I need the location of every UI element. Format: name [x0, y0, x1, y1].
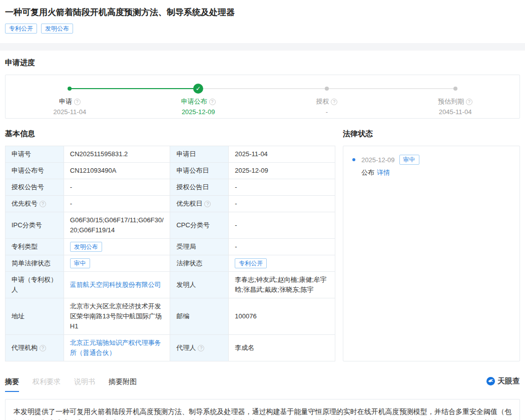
field-label: 申请日	[170, 146, 229, 163]
field-label: 代理机构?	[6, 335, 64, 361]
legal-status-panel: 2025-12-09 审中 公布详情	[343, 146, 520, 361]
field-value: 李春志;钟友武;赵向楠;康健;牟宇晗;张昌武;戴政;张晓东;陈宇	[229, 272, 335, 298]
tab-claims: 权利要求	[33, 376, 61, 391]
field-label: 简单法律状态	[6, 255, 64, 272]
basic-info-title: 基本信息	[5, 129, 335, 139]
field-value: 北京市大兴区北京经济技术开发区荣华南路13号院中航国际广场H1	[64, 298, 170, 335]
field-value: 发明公布	[64, 239, 170, 255]
step-dot-icon	[325, 87, 329, 91]
field-label: 地址	[6, 298, 64, 335]
field-value: 李成名	[229, 335, 335, 361]
legal-item-status-tag: 审中	[399, 155, 419, 165]
table-row: IPC分类号 G06F30/15;G06F17/11;G06F30/20;G06…	[6, 212, 335, 239]
table-row: 申请（专利权）人 蓝箭航天空间科技股份有限公司 发明人 李春志;钟友武;赵向楠;…	[6, 272, 335, 298]
table-row: 授权公告号 - 授权公告日 -	[6, 179, 335, 196]
field-label: 受理局	[170, 239, 229, 255]
help-icon[interactable]: ?	[40, 201, 46, 207]
help-icon[interactable]: ?	[198, 345, 204, 351]
page-header: 一种可复用火箭着陆段开机高度预测方法、制导系统及处理器 专利公开 发明公布	[0, 0, 525, 34]
help-icon[interactable]: ?	[40, 345, 46, 351]
field-value: -	[229, 179, 335, 196]
agency-link[interactable]: 北京正元瑞驰知识产权代理事务所（普通合伙）	[70, 339, 161, 356]
field-value: 北京正元瑞驰知识产权代理事务所（普通合伙）	[64, 335, 170, 361]
field-value: 审中	[64, 255, 170, 272]
progress-step-publication: ✓ 申请公布 ? 2025-12-09	[134, 84, 263, 116]
help-icon[interactable]: ?	[204, 201, 211, 207]
field-value: CN202511595831.2	[64, 146, 170, 163]
field-label: 授权公告日	[170, 179, 229, 196]
legal-status-title: 法律状态	[343, 129, 520, 139]
abstract-panel: 本发明提供了一种可复用火箭着陆段开机高度预测方法、制导系统及处理器，通过构建基于…	[5, 399, 520, 420]
bullet-icon	[352, 158, 355, 161]
check-icon: ✓	[193, 84, 203, 94]
field-label: 法律状态	[170, 255, 229, 272]
tab-abstract[interactable]: 摘要	[5, 376, 19, 392]
basic-info-section: 基本信息 申请号 CN202511595831.2 申请日 2025-11-04…	[5, 119, 335, 361]
field-value: -	[229, 196, 335, 212]
section-divider	[0, 43, 525, 51]
field-value: G06F30/15;G06F17/11;G06F30/20;G06F119/14	[64, 212, 170, 239]
basic-info-table: 申请号 CN202511595831.2 申请日 2025-11-04 申请公布…	[5, 146, 335, 361]
table-row: 简单法律状态 审中 法律状态 专利公开	[6, 255, 335, 272]
field-label: 优先权日?	[170, 196, 229, 212]
field-value: -	[64, 179, 170, 196]
field-label: 邮编	[170, 298, 229, 335]
field-label: 发明人	[170, 272, 229, 298]
legal-action: 公布	[361, 169, 374, 176]
legal-status-tag: 专利公开	[235, 258, 267, 268]
field-label: IPC分类号	[6, 212, 64, 239]
legal-date: 2025-12-09	[361, 156, 395, 164]
progress-step-expiry: 预估到期 ? 2045-11-04	[391, 84, 519, 116]
field-value: 100076	[229, 298, 335, 335]
progress-step-grant: 授权 ? -	[263, 84, 391, 116]
tianyancha-brand[interactable]: 天眼查	[486, 376, 520, 386]
legal-status-item: 2025-12-09 审中 公布详情	[351, 155, 511, 177]
field-label: 申请（专利权）人	[6, 272, 64, 298]
detail-link[interactable]: 详情	[377, 169, 390, 176]
patent-type-tag: 发明公布	[70, 242, 102, 252]
patent-tags: 专利公开 发明公布	[5, 24, 520, 34]
document-tabbar: 摘要 权利要求 说明书 摘要附图 天眼查	[5, 376, 520, 392]
tag-invention-publish: 发明公布	[41, 24, 73, 34]
help-icon[interactable]: ?	[331, 99, 337, 105]
field-label: 专利类型	[6, 239, 64, 255]
progress-timeline: 申请 ? 2025-11-04 ✓ 申请公布 ? 2025-12-09 授权 ?	[5, 75, 520, 119]
field-label: 申请公布日	[170, 163, 229, 179]
field-label: 授权公告号	[6, 179, 64, 196]
step-dot-icon	[68, 87, 72, 91]
table-row: 地址 北京市大兴区北京经济技术开发区荣华南路13号院中航国际广场H1 邮编 10…	[6, 298, 335, 335]
simple-legal-status-tag: 审中	[70, 258, 90, 268]
tag-patent-public: 专利公开	[5, 24, 37, 34]
help-icon[interactable]: ?	[74, 99, 81, 105]
field-label: 申请公布号	[6, 163, 64, 179]
table-row: 申请号 CN202511595831.2 申请日 2025-11-04	[6, 146, 335, 163]
application-progress-section: 申请进度 申请 ? 2025-11-04 ✓ 申请公布 ? 2025-12-09	[0, 58, 525, 119]
step-dot-icon	[453, 87, 457, 91]
field-label: 申请号	[6, 146, 64, 163]
table-row: 代理机构? 北京正元瑞驰知识产权代理事务所（普通合伙） 代理人? 李成名	[6, 335, 335, 361]
field-value: CN121093490A	[64, 163, 170, 179]
help-icon[interactable]: ?	[466, 99, 472, 105]
field-label: 优先权号?	[6, 196, 64, 212]
table-row: 申请公布号 CN121093490A 申请公布日 2025-12-09	[6, 163, 335, 179]
applicant-link[interactable]: 蓝箭航天空间科技股份有限公司	[70, 281, 161, 288]
field-value: 专利公开	[229, 255, 335, 272]
field-value: -	[64, 196, 170, 212]
field-label: CPC分类号	[170, 212, 229, 239]
field-value: 蓝箭航天空间科技股份有限公司	[64, 272, 170, 298]
field-label: 代理人?	[170, 335, 229, 361]
field-value: 2025-11-04	[229, 146, 335, 163]
field-value: -	[229, 239, 335, 255]
field-value: -	[229, 212, 335, 239]
tianyancha-logo-icon	[486, 377, 495, 385]
help-icon[interactable]: ?	[209, 99, 216, 105]
table-row: 专利类型 发明公布 受理局 -	[6, 239, 335, 255]
legal-status-section: 法律状态 2025-12-09 审中 公布详情	[343, 119, 520, 361]
table-row: 优先权号? - 优先权日? -	[6, 196, 335, 212]
abstract-text: 本发明提供了一种可复用火箭着陆段开机高度预测方法、制导系统及处理器，通过构建基于…	[14, 407, 511, 420]
progress-step-apply: 申请 ? 2025-11-04	[6, 84, 134, 116]
tab-abstract-figure[interactable]: 摘要附图	[109, 376, 137, 391]
brand-name: 天眼查	[497, 376, 520, 386]
field-value: 2025-12-09	[229, 163, 335, 179]
tab-description: 说明书	[74, 376, 95, 391]
